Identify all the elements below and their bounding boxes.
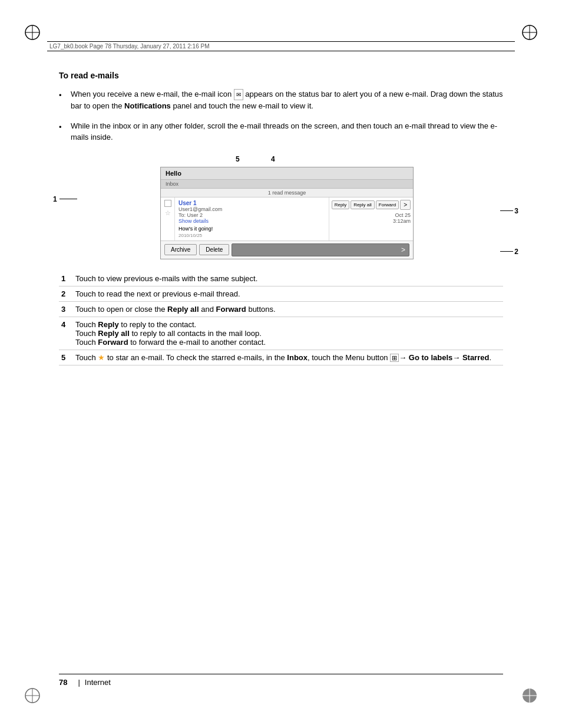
email-from: User 1	[178, 200, 325, 206]
forward-button[interactable]: Forward	[376, 200, 399, 209]
email-main-row: ☆ User 1 User1@gmail.com To: User 2 Show…	[161, 197, 413, 241]
email-title: Hello	[161, 167, 413, 180]
reply-all-button[interactable]: Reply all	[351, 200, 375, 209]
corner-mark-tl	[24, 24, 41, 41]
reply-button[interactable]: Reply	[332, 200, 349, 209]
numbered-table: 1 Touch to view previous e-mails with th…	[59, 271, 503, 365]
email-icon: ✉	[234, 89, 243, 100]
email-actions-col: Reply Reply all Forward > Oct 25 3:12am	[329, 197, 413, 241]
bullet-text-1: When you receive a new e-mail, the e-mai…	[71, 88, 503, 112]
bullet-dot-1: •	[59, 90, 67, 101]
callout-5: 5	[236, 155, 240, 163]
desc-5: Touch ★ to star an e-mail. To check the …	[73, 350, 503, 365]
email-action-buttons: Reply Reply all Forward >	[332, 200, 411, 210]
email-checkbox[interactable]	[164, 200, 171, 207]
reply-all-line: Touch Reply all to reply to all contacts…	[75, 329, 501, 338]
bullet-list: • When you receive a new e-mail, the e-m…	[59, 88, 503, 143]
header-text: LG7_bk0.book Page 78 Thursday, January 2…	[47, 43, 209, 50]
num-5: 5	[59, 350, 73, 365]
table-row-2: 2 Touch to read the next or previous e-m…	[59, 286, 503, 301]
bullet-item-2: • While in the inbox or in any other fol…	[59, 120, 503, 143]
header-bar: LG7_bk0.book Page 78 Thursday, January 2…	[47, 41, 515, 51]
next-button[interactable]: >	[232, 243, 409, 256]
email-addr: User1@gmail.com	[178, 206, 325, 212]
num-3: 3	[59, 301, 73, 317]
star-symbol: ★	[98, 353, 105, 362]
callout-3-area: 3	[500, 207, 518, 215]
corner-mark-bl	[24, 687, 41, 704]
table-row-5: 5 Touch ★ to star an e-mail. To check th…	[59, 350, 503, 365]
desc-1: Touch to view previous e-mails with the …	[73, 271, 503, 286]
footer: 78 | Internet	[59, 674, 503, 687]
callout-3: 3	[514, 207, 518, 215]
table-row-4: 4 Touch Reply to reply to the contact. T…	[59, 317, 503, 350]
num-2: 2	[59, 286, 73, 301]
callout-1-line	[59, 199, 77, 199]
desc-2: Touch to read the next or previous e-mai…	[73, 286, 503, 301]
email-show-details[interactable]: Show details	[178, 218, 325, 224]
callout-2: 2	[514, 248, 518, 256]
callout-3-line	[500, 210, 513, 211]
email-date-col: Oct 25	[395, 212, 411, 218]
bullet-dot-2: •	[59, 121, 67, 133]
email-mockup: Hello Inbox 1 read message ☆ User 1 User…	[160, 167, 414, 259]
callout-1: 1	[53, 195, 57, 203]
more-button[interactable]: >	[400, 200, 411, 210]
email-mockup-wrapper: 5 4 Hello Inbox 1 read message ☆ User 1 …	[71, 155, 503, 259]
footer-section: Internet	[85, 678, 111, 687]
corner-mark-tr	[521, 24, 538, 41]
email-folder: Inbox	[161, 180, 413, 189]
corner-mark-br	[521, 687, 538, 704]
email-message-bar: 1 read message	[161, 189, 413, 197]
email-body-text: How's it going!	[178, 226, 325, 232]
forward-line: Touch Forward to forward the e-mail to a…	[75, 338, 501, 347]
footer-page-num: 78	[59, 678, 67, 687]
delete-button[interactable]: Delete	[199, 244, 229, 255]
email-bottom-bar: Archive Delete >	[161, 241, 413, 259]
email-to: To: User 2	[178, 212, 325, 218]
bullet-text-2: While in the inbox or in any other folde…	[71, 120, 503, 143]
desc-3: Touch to open or close the Reply all and…	[73, 301, 503, 317]
callout-4: 4	[271, 155, 275, 163]
main-content: To read e-mails • When you receive a new…	[59, 71, 503, 365]
archive-button[interactable]: Archive	[164, 244, 197, 255]
email-date-text: 2010/10/25	[178, 233, 325, 238]
star-icon[interactable]: ☆	[165, 209, 171, 217]
footer-separator: |	[78, 678, 80, 687]
section-title: To read e-mails	[59, 71, 503, 80]
callout-1-area: 1	[53, 195, 77, 203]
num-4: 4	[59, 317, 73, 350]
email-content-left: User 1 User1@gmail.com To: User 2 Show d…	[175, 197, 329, 241]
table-row-1: 1 Touch to view previous e-mails with th…	[59, 271, 503, 286]
menu-symbol: ⊞	[390, 354, 399, 362]
email-time-col: 3:12am	[393, 218, 411, 224]
reply-line: Touch Reply to reply to the contact.	[75, 320, 501, 329]
desc-4: Touch Reply to reply to the contact. Tou…	[73, 317, 503, 350]
num-1: 1	[59, 271, 73, 286]
callout-2-line	[500, 251, 513, 252]
bullet-item-1: • When you receive a new e-mail, the e-m…	[59, 88, 503, 112]
callout-2-area: 2	[500, 248, 518, 256]
email-checkbox-area: ☆	[161, 197, 175, 241]
table-row-3: 3 Touch to open or close the Reply all a…	[59, 301, 503, 317]
